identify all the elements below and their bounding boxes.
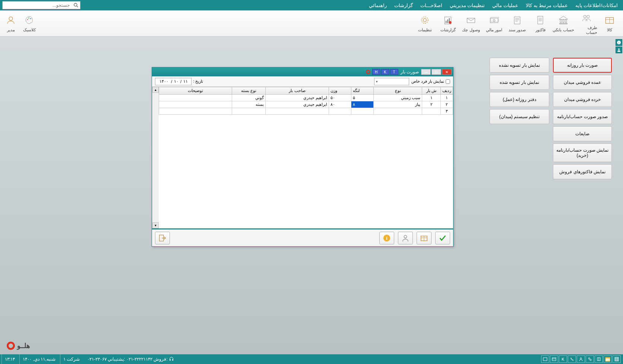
date-day[interactable]	[181, 79, 190, 84]
tray-icon-1[interactable]	[541, 355, 549, 363]
side-btn-issue-statement[interactable]: صدور صورت حساب/بارنامه	[553, 109, 612, 124]
toolbar-btn-finance[interactable]: امور مالي	[483, 12, 505, 35]
quick-icon-info[interactable]: i	[616, 39, 622, 46]
table-row[interactable]: ۱۱سيب زميني۵۵۰ابراهيم حيدريگوني	[159, 95, 453, 101]
tb-btn-k[interactable]: K	[381, 69, 389, 75]
table-cell[interactable]: ۵	[351, 95, 374, 101]
col-header-type[interactable]: نوع	[374, 87, 422, 95]
menu-item-6[interactable]: راهنمائي	[366, 1, 390, 10]
info-button[interactable]: i	[379, 232, 394, 244]
side-btn-view-invoices[interactable]: نمايش فاكتورهاي فروش	[553, 164, 612, 179]
menu-item-4[interactable]: اصلاحـــات	[417, 1, 445, 10]
toolbar-btn-cheque[interactable]: وصول چك	[460, 12, 482, 35]
table-cell[interactable]: ۵۰	[329, 95, 351, 101]
menu-item-1[interactable]: عمليات مرتبط به کالا	[523, 1, 571, 10]
menu-item-5[interactable]: گزارشات	[391, 1, 416, 10]
tray-icon-grid[interactable]	[613, 355, 621, 363]
date-input[interactable]: / /	[155, 78, 192, 85]
col-header-notes[interactable]: توضيحات	[159, 87, 232, 95]
tray-icon-user[interactable]	[577, 355, 585, 363]
col-header-weight[interactable]: وزن	[329, 87, 351, 95]
scroll-up[interactable]: ▲	[152, 87, 159, 93]
table-cell[interactable]: ۸۰	[329, 101, 351, 108]
table-cell[interactable]: ۱	[441, 95, 453, 101]
side-btn-system-config[interactable]: تنظيم سيستم (ميدان)	[490, 109, 549, 124]
toolbar-btn-theme[interactable]: کلاسيک	[21, 12, 38, 35]
dialog-titlebar[interactable]: ✕ □ — صورت بار T K H	[152, 67, 453, 76]
table-cell[interactable]	[374, 108, 422, 115]
scroll-down[interactable]: ▼	[152, 222, 159, 228]
tray-icon-phone[interactable]	[568, 355, 576, 363]
minimize-button[interactable]: —	[421, 69, 431, 75]
menu-item-0[interactable]: امکانات/اطلاعات پايه	[572, 1, 621, 10]
menu-item-2[interactable]: عمليات مالي	[489, 1, 521, 10]
table-cell[interactable]	[159, 108, 232, 115]
table-cell[interactable]	[159, 95, 232, 101]
table-cell[interactable]: بسته	[232, 101, 266, 108]
filter-person-checkbox[interactable]: نمايش بار فرد خاص	[411, 79, 450, 84]
quick-icon-user[interactable]	[616, 47, 622, 53]
confirm-button[interactable]	[435, 232, 450, 244]
side-btn-wholesale[interactable]: عمده فروشي ميدان	[553, 75, 612, 90]
person-button[interactable]	[398, 232, 413, 244]
table-cell[interactable]	[329, 108, 351, 115]
col-header-owner[interactable]: صاحب بار	[266, 87, 329, 95]
table-cell[interactable]: ۲	[422, 101, 441, 108]
side-btn-settled[interactable]: نمايش بار تسويه شده	[490, 75, 549, 90]
table-cell[interactable]: پياز	[374, 101, 422, 108]
side-btn-waste[interactable]: ضايعات	[553, 126, 612, 141]
col-header-loadno[interactable]: ش بار	[422, 87, 441, 95]
tb-btn-t[interactable]: T	[390, 69, 398, 75]
tray-icon-book[interactable]	[595, 355, 603, 363]
goods-button[interactable]	[417, 232, 431, 244]
toolbar-btn-bank[interactable]: حساب بانکي	[552, 12, 575, 35]
col-header-lenge[interactable]: لنگه	[351, 87, 374, 95]
table-cell[interactable]	[159, 101, 232, 108]
search-input[interactable]	[3, 3, 72, 8]
side-btn-daily-book[interactable]: دفتر روزانه (عمل)	[490, 92, 549, 107]
date-month[interactable]	[172, 79, 180, 84]
tray-icon-calendar[interactable]: 12	[604, 355, 612, 363]
toolbar-btn-invoice[interactable]: فاکتور	[529, 12, 551, 35]
toolbar-btn-admin[interactable]: مدير	[2, 12, 19, 35]
table-cell[interactable]: ابراهيم حيدري	[266, 101, 329, 108]
menu-item-3[interactable]: تنظيمات مديريتي	[447, 1, 488, 10]
toolbar-btn-voucher[interactable]: صدور سند	[506, 12, 528, 35]
table-cell[interactable]: ۸	[351, 101, 374, 108]
table-cell[interactable]	[232, 108, 266, 115]
table-cell[interactable]: ۲	[441, 101, 453, 108]
side-btn-retail[interactable]: خرده فروشي ميدان	[553, 92, 612, 107]
toolbar-btn-reports[interactable]: گزارشات	[437, 12, 459, 35]
col-header-packtype[interactable]: نوع بسته	[232, 87, 266, 95]
load-grid[interactable]: رديف ش بار نوع لنگه وزن صاحب بار نوع بست…	[159, 87, 453, 228]
col-header-row[interactable]: رديف	[441, 87, 453, 95]
table-row[interactable]: ۳	[159, 108, 453, 115]
table-cell[interactable]: سيب زميني	[374, 95, 422, 101]
table-cell[interactable]	[351, 108, 374, 115]
filter-person-dropdown[interactable]	[374, 78, 409, 85]
maximize-button[interactable]: □	[431, 69, 441, 75]
side-btn-unsettled[interactable]: نمايش بار تسويه نشده	[490, 58, 549, 73]
table-row[interactable]: ۲۲پياز۸۸۰ابراهيم حيدريبسته	[159, 101, 453, 108]
side-btn-daily-load[interactable]: صورت بار روزانه	[553, 58, 612, 73]
table-cell[interactable]	[266, 108, 329, 115]
grid-scrollbar[interactable]: ▲ ▼	[152, 87, 159, 228]
toolbar-btn-account[interactable]: طرف حساب	[575, 12, 598, 35]
table-cell[interactable]	[422, 108, 441, 115]
search-box[interactable]	[2, 1, 80, 9]
close-button[interactable]: ✕	[442, 69, 452, 75]
tray-icon-2[interactable]	[550, 355, 558, 363]
date-year[interactable]	[157, 79, 171, 84]
filter-person-checkbox-input[interactable]	[446, 79, 450, 84]
table-cell[interactable]: گوني	[232, 95, 266, 101]
toolbar-btn-goods[interactable]: کالا	[598, 12, 621, 35]
tb-btn-h[interactable]: H	[372, 69, 380, 75]
side-btn-view-statement[interactable]: نمايش صورت حساب/بارنامه (خريد)	[553, 143, 612, 162]
toolbar-btn-settings[interactable]: تنظيمات	[414, 12, 436, 35]
tray-icon-link[interactable]	[586, 355, 594, 363]
table-cell[interactable]: ۳	[441, 108, 453, 115]
exit-button[interactable]	[155, 232, 170, 244]
table-cell[interactable]: ۱	[422, 95, 441, 101]
tray-icon-k[interactable]: K	[559, 355, 567, 363]
table-cell[interactable]: ابراهيم حيدري	[266, 95, 329, 101]
